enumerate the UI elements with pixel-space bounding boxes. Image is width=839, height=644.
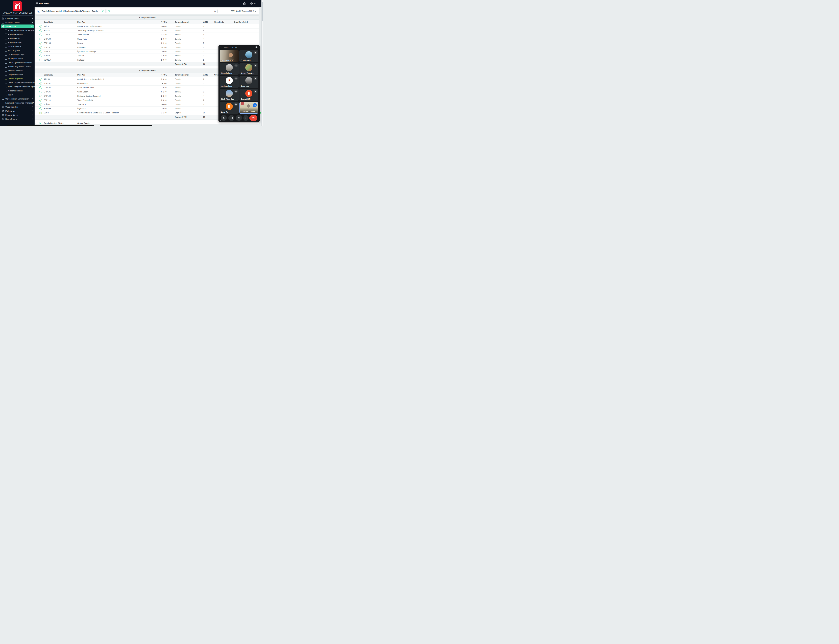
sidebar-sub-item[interactable]: Program Yetkilileri [0,40,34,44]
sidebar-item[interactable]: Bologna Süreci [0,113,34,117]
sidebar-sub-item[interactable]: Akademik Personel [0,89,34,93]
course-info-icon[interactable]: i [39,78,42,80]
sidebar-sub-item[interactable]: Yeterlilik Koşulları ve Kuralları [0,65,34,69]
resize-handle[interactable] [219,120,221,121]
sidebar-sub-item[interactable]: Ders & Program Yeterlilikleri İlişkisi [0,81,34,85]
sidebar-sub-item[interactable]: Program Yeterlikleri [0,73,34,77]
course-info-icon[interactable]: i [39,103,42,106]
sidebar-item[interactable]: Resim Galerisi [0,117,34,121]
semester1-header-row: Ders Kodu Ders Adı T+U+L Zorunlu/Seçmeli… [35,20,259,24]
sidebar-item-label: Akademik Birimler [5,21,20,23]
group-badge[interactable]: [G] [39,112,42,114]
course-info-icon[interactable]: i [39,50,42,53]
sidebar-item-bilgi-paketi[interactable]: Bilgi Paketi [1,25,34,28]
course-info-icon[interactable]: i [39,99,42,102]
year-value: 2024 (Grafik Tasarımı 2024) [231,10,254,12]
year-dropdown[interactable]: 2024 (Grafik Tasarımı 2024) [217,9,257,13]
course-info-icon[interactable]: i [39,107,42,110]
show-grouped-checkbox[interactable] [39,122,44,124]
participant-tile[interactable]: B Beyza AKIN [240,89,258,101]
participant-tile[interactable]: Zelal ÇAKIR [240,50,258,62]
sidebar-sub-item[interactable]: Eğitim Türü (Amaçlar) ve Hedefler [0,28,34,32]
square-bullet-icon [5,86,7,88]
course-info-icon[interactable]: i [39,90,42,93]
more-options-button[interactable] [243,115,248,121]
course-name: Grafik Tasarım Tarihi [77,87,161,89]
hamburger-menu-icon[interactable] [36,2,38,5]
sidebar-item[interactable]: Diploma Eki [0,109,34,113]
sidebar-item[interactable]: Kurumsal Bilgiler [0,16,34,20]
sidebar-sub-item[interactable]: Alınacak Derece [0,44,34,49]
scrollbar-thumb[interactable] [262,2,263,21]
grouped-label: Gruplu Dersleri Göster [44,122,77,124]
course-info-icon[interactable]: i [39,95,42,97]
home-icon [243,2,246,5]
course-akts: 4 [203,34,214,36]
scroll-down-arrow[interactable] [262,125,263,125]
participant-tile[interactable]: Ahmet Yasir A... [240,63,258,75]
course-akts: 4 [203,95,214,97]
course-tul: 2+0+0 [161,99,175,101]
course-name: Sanat Tarihi [77,38,161,40]
course-type: Zorunlu [175,59,203,61]
course-info-icon[interactable]: i [39,42,42,44]
course-info-icon[interactable]: i [39,30,42,32]
course-info-icon[interactable]: i [39,59,42,61]
globe-language-icon [250,2,253,5]
participant-tile[interactable]: dk designerkıbar [220,76,239,88]
participant-tile[interactable]: Ertuğrul ERBEY [220,50,239,62]
sidebar-sub-item[interactable]: Program Hakkında [0,32,34,36]
sidebar-sub-item[interactable]: İletişim [0,93,34,97]
course-info-icon[interactable]: i [39,86,42,89]
course-tul: 2+2+0 [161,34,175,36]
square-bullet-icon [5,46,7,48]
participant-tile[interactable]: Tasarım Bölümü [240,102,258,114]
participant-tile[interactable]: Mustafa Pınar [220,63,239,75]
end-call-button[interactable] [250,115,258,121]
home-button[interactable] [243,2,246,5]
course-info-icon[interactable]: i [39,82,42,85]
meet-header: meet.google.com [218,45,259,49]
sidebar-item[interactable]: Öğrenciler için Genel Bilgiler [0,97,34,101]
course-type: Zorunlu [175,91,203,93]
participant-avatar [226,90,233,97]
course-info-icon[interactable]: i [39,46,42,49]
course-info-icon[interactable]: i [39,38,42,40]
sidebar-sub-item[interactable]: Kabul Koşulları [0,49,34,53]
square-bullet-icon [5,66,7,67]
sidebar-item[interactable]: Akademik Birimler [0,20,34,24]
language-switch[interactable]: EN [250,2,256,5]
year-label: Yıl [214,10,216,12]
sidebar-sub-label: Mezuniyet Koşulları [8,58,23,59]
sidebar-sub-item[interactable]: Üst Kademeye Geçiş [0,53,34,57]
course-info-icon[interactable]: i [39,25,42,28]
tune-sliders-icon[interactable] [220,46,222,49]
participant-tile[interactable]: Dilek Yücel Or... [220,89,239,101]
course-akts: 2 [203,104,214,105]
sidebar-sub-item[interactable]: Mezuniyet Koşulları [0,57,34,61]
sidebar-main-bottom: Öğrenciler için Genel Bilgiler Erasmus B… [0,97,34,121]
sidebar-item[interactable]: Erasmus Beyannamesi (İngilizce) [0,101,34,105]
sidebar-sub-item[interactable]: TYYÇ - Program Yeterlilikleri İlişkisi [0,85,34,89]
course-info-icon[interactable]: i [39,54,42,57]
raise-hand-button[interactable] [236,115,242,121]
sidebar-sub-item[interactable]: Program Profili [0,36,34,40]
participant-tile[interactable]: Sema Işık [240,76,258,88]
sidebar-sub-item[interactable]: İstihdam Olanakları [0,69,34,73]
sidebar-sub-item[interactable]: Önceki Öğrenmenin Tanınması [0,61,34,65]
page-scrollbar[interactable] [261,0,263,126]
scroll-up-arrow[interactable] [262,0,263,2]
sidebar-item-label: Erasmus Beyannamesi (İngilizce) [5,102,33,104]
camera-button[interactable] [228,115,235,121]
mic-button[interactable] [221,115,227,121]
sidebar-item[interactable]: Ulusal Yeterlilik [0,105,34,109]
course-name: İş Sağlığı ve Güvenliği [77,51,161,53]
sidebar-sub-item[interactable]: Dersler ve İçerikleri [0,77,34,81]
page-title: Bilgi Paketi [39,2,49,4]
course-info-icon[interactable]: i [39,34,42,36]
print-button[interactable] [101,9,105,13]
print-preview-button[interactable] [107,9,111,13]
sidebar-item-label: Bologna Süreci [5,114,18,116]
videocam-icon[interactable] [256,46,258,48]
participant-tile[interactable]: E Enes Kar [220,102,239,114]
